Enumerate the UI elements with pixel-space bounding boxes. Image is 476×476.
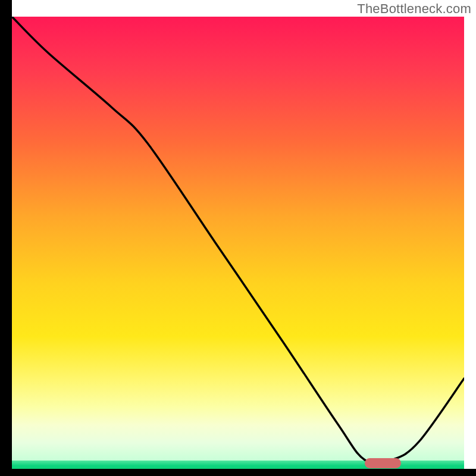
x-axis-bar — [0, 469, 476, 476]
y-axis-bar — [0, 0, 12, 476]
optimal-range-marker — [365, 458, 401, 468]
plot-area — [12, 17, 464, 469]
bottleneck-curve — [12, 17, 464, 469]
chart-container: TheBottleneck.com — [0, 0, 476, 476]
watermark-text: TheBottleneck.com — [357, 1, 471, 17]
